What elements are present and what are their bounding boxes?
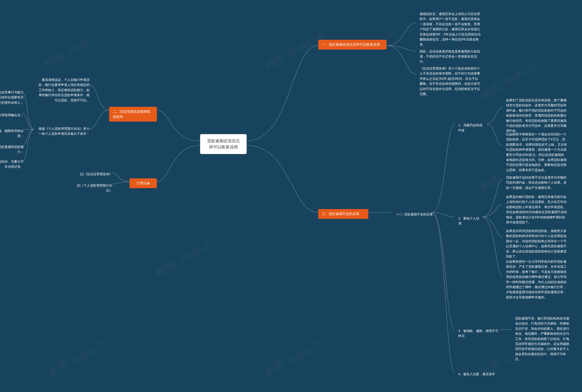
branch-2-sub-4: （四）借款人具备还款意愿和还款能力； — [0, 142, 27, 157]
watermark: 树图 shutu.cn — [42, 26, 106, 71]
root-node[interactable]: 贷款逾期还清后怎样可以恢复信用 — [200, 134, 247, 154]
branch-2-child-2: 根据《个人贷款管理暂行办法》第十一条个人贷款申请应具备以下条件： — [34, 124, 93, 138]
branch-4[interactable]: 引用法条 — [130, 178, 157, 188]
branch-3[interactable]: 三、贷款逾期不还的后果 — [318, 209, 368, 219]
watermark: 树图 shutu.cn — [262, 334, 327, 380]
branch-3-item-1-p2: 比如前阵子希财君的一个朋友在民间的一个贷款机构，以车子作抵押贷款了4万元，贷款期… — [502, 130, 571, 175]
branch-2[interactable]: 二、没还清贷款还能继续贷款吗 — [109, 107, 157, 122]
branch-2-child-1: 看具体情况定。个人在银行申请贷款，银行会要求申请人现在有稳定的工作和收入，有足够… — [34, 75, 93, 105]
branch-1-child-1: 逾期还款后，逾期记录会上传到人行征信系统中。如果用户一直不还款，逾期记录就会一直… — [416, 9, 484, 49]
branch-3-item-2-label: 2、影响个人信用 — [455, 214, 484, 228]
branch-1[interactable]: 一、贷款逾期还清后怎样可以恢复信用 — [318, 40, 386, 50]
branch-2-sub-5: （五）借款人信用状况良好，无重大不良信用记录。 — [0, 157, 27, 172]
branch-3-item-1-label: 1、高额罚息和违约金 — [455, 120, 489, 135]
branch-3-child-1: （一）贷款逾期不还的后果 — [391, 210, 436, 219]
branch-4-child-2: [2]《个人贷款管理暂行办法》 — [71, 181, 116, 196]
branch-1-child-3: 《征信业管理条例》第十六条征信机构对个人不良信息的保存期限，自不良行为或者事件终… — [416, 64, 484, 98]
branch-2-sub-1: （一）借款人为具有完全民事行为能力的中华人民共和国公民或符合国家有关规定的境外自… — [0, 88, 27, 107]
branch-2-sub-2: （二）贷款用途明确合法； — [0, 110, 27, 120]
branch-4-child-1: [1]《征信业管理条例》 — [71, 169, 116, 179]
branch-3-item-4-label: 4、被告入法庭，甚至坐牢 — [455, 369, 500, 379]
branch-3-item-3-label: 3、被强收、威胁，惶惶不可终日 — [455, 326, 502, 341]
branch-3-item-2-p2: 如果是向银行贷的款，逾期记录毫无疑问会上传到央行的个人征信系统，至少在五年内会影… — [502, 192, 571, 227]
watermark: 树图 shutu.cn — [153, 234, 218, 280]
branch-3-item-2-p3: 如果是向民间贷款机构贷的款，虽然绝大多数的贷款机构没有和央行的个人征信系统连接在… — [502, 226, 571, 261]
watermark: 树图 shutu.cn — [46, 334, 111, 380]
branch-3-item-2-p1: 贷款逾期不还的后果不仅仅是需支付高额的罚息和违约金，而且还会影响个人信用。贷款一… — [502, 173, 571, 192]
watermark: 树图 shutu.cn — [262, 28, 327, 74]
branch-2-sub-3: （三）贷款申请数额、期限和币种合理； — [0, 126, 27, 141]
branch-3-item-3-p1: 贷款逾期不还，银行和贷款机构首先都会以短信、打电话的方式催收。经催收后仍不还，则… — [511, 314, 575, 364]
branch-3-item-2-p4: 比如希财君的一位大学同学因为助学贷款逾期没还，产生了贷款逾期记录。在毕业找工作的… — [502, 257, 571, 302]
